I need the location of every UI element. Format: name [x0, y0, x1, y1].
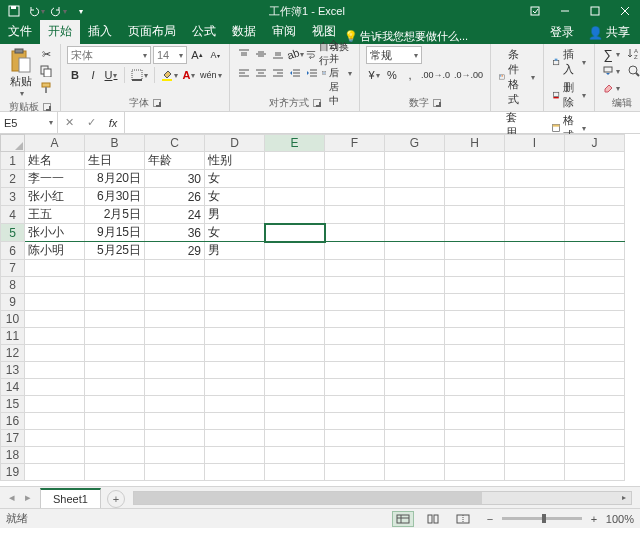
zoom-in-button[interactable]: +	[586, 511, 602, 527]
cell[interactable]	[385, 170, 445, 188]
insert-function-button[interactable]: fx	[102, 117, 124, 129]
cell[interactable]	[505, 328, 565, 345]
row-header[interactable]: 6	[1, 242, 25, 260]
cell[interactable]	[325, 206, 385, 224]
cell[interactable]	[265, 345, 325, 362]
decrease-decimal-button[interactable]: .0→.00	[453, 67, 484, 83]
cell[interactable]	[445, 430, 505, 447]
cell[interactable]	[565, 396, 625, 413]
cell[interactable]	[445, 379, 505, 396]
indent-increase-button[interactable]	[304, 65, 320, 81]
cell[interactable]	[565, 170, 625, 188]
cell[interactable]	[505, 277, 565, 294]
zoom-slider[interactable]	[502, 517, 582, 520]
share-button[interactable]: 👤共享	[582, 21, 636, 44]
cell[interactable]	[505, 260, 565, 277]
tab-data[interactable]: 数据	[224, 20, 264, 44]
sort-filter-button[interactable]: AZ排序和筛选	[625, 46, 640, 62]
cell[interactable]	[85, 464, 145, 481]
cell[interactable]: 年龄	[145, 152, 205, 170]
sheet-nav-last[interactable]: ▸	[20, 490, 36, 506]
cell[interactable]	[265, 206, 325, 224]
cell[interactable]: 29	[145, 242, 205, 260]
cell[interactable]	[25, 396, 85, 413]
cell[interactable]	[385, 188, 445, 206]
redo-button[interactable]: ▾	[48, 2, 68, 20]
confirm-edit-button[interactable]: ✓	[80, 116, 102, 129]
tab-home[interactable]: 开始	[40, 20, 80, 44]
row-header[interactable]: 2	[1, 170, 25, 188]
row-header[interactable]: 17	[1, 430, 25, 447]
row-header[interactable]: 9	[1, 294, 25, 311]
view-page-break-button[interactable]	[452, 511, 474, 527]
scroll-right-button[interactable]: ▸	[617, 492, 631, 504]
accounting-format-button[interactable]: ¥▾	[366, 67, 382, 83]
font-size-combo[interactable]: 14▾	[153, 46, 187, 64]
cell[interactable]	[385, 447, 445, 464]
cell[interactable]: 女	[205, 188, 265, 206]
cell[interactable]: 性别	[205, 152, 265, 170]
cell[interactable]	[85, 294, 145, 311]
number-format-combo[interactable]: 常规▾	[366, 46, 422, 64]
cell[interactable]	[505, 170, 565, 188]
cell[interactable]	[25, 345, 85, 362]
cell[interactable]	[505, 396, 565, 413]
cell[interactable]	[265, 152, 325, 170]
cell[interactable]	[385, 224, 445, 242]
column-header[interactable]: E	[265, 135, 325, 152]
cell[interactable]	[325, 260, 385, 277]
cell[interactable]: 8月20日	[85, 170, 145, 188]
cell[interactable]	[565, 430, 625, 447]
column-header[interactable]: G	[385, 135, 445, 152]
cell[interactable]: 女	[205, 224, 265, 242]
cell[interactable]	[205, 430, 265, 447]
cell[interactable]	[25, 464, 85, 481]
merge-center-button[interactable]: 合并后居中▾	[321, 65, 353, 81]
row-header[interactable]: 13	[1, 362, 25, 379]
cell[interactable]	[145, 362, 205, 379]
cell[interactable]	[445, 260, 505, 277]
cell[interactable]	[385, 362, 445, 379]
cell[interactable]	[505, 224, 565, 242]
cell[interactable]	[85, 345, 145, 362]
italic-button[interactable]: I	[85, 67, 101, 83]
cell[interactable]: 26	[145, 188, 205, 206]
cell[interactable]	[565, 277, 625, 294]
cell[interactable]	[445, 464, 505, 481]
cell[interactable]: 张小红	[25, 188, 85, 206]
cell[interactable]: 女	[205, 170, 265, 188]
row-header[interactable]: 16	[1, 413, 25, 430]
cell[interactable]	[325, 396, 385, 413]
cell[interactable]	[145, 311, 205, 328]
undo-button[interactable]: ▾	[26, 2, 46, 20]
autosum-button[interactable]: ∑▾	[601, 46, 622, 62]
tab-review[interactable]: 审阅	[264, 20, 304, 44]
cell[interactable]	[265, 413, 325, 430]
row-header[interactable]: 1	[1, 152, 25, 170]
cell[interactable]: 24	[145, 206, 205, 224]
cell[interactable]	[445, 447, 505, 464]
cell[interactable]: 36	[145, 224, 205, 242]
cell[interactable]	[265, 362, 325, 379]
name-box[interactable]: E5▾	[0, 112, 58, 133]
conditional-format-button[interactable]: 条件格式▾	[497, 46, 537, 108]
tell-me-box[interactable]: 💡告诉我您想要做什么...	[344, 29, 472, 44]
align-top-button[interactable]	[236, 46, 252, 62]
cell[interactable]	[205, 328, 265, 345]
phonetic-button[interactable]: wén▾	[199, 67, 223, 83]
cell[interactable]: 30	[145, 170, 205, 188]
font-name-combo[interactable]: 宋体▾	[67, 46, 151, 64]
row-header[interactable]: 7	[1, 260, 25, 277]
cell[interactable]	[505, 152, 565, 170]
cell[interactable]	[385, 396, 445, 413]
clipboard-dialog-launcher[interactable]	[43, 103, 51, 111]
cell[interactable]	[505, 379, 565, 396]
cell[interactable]	[505, 464, 565, 481]
tab-file[interactable]: 文件	[0, 20, 40, 44]
cell[interactable]	[445, 277, 505, 294]
column-header[interactable]: C	[145, 135, 205, 152]
cell[interactable]	[325, 379, 385, 396]
cell[interactable]	[445, 396, 505, 413]
cell[interactable]	[565, 379, 625, 396]
cell[interactable]	[565, 362, 625, 379]
